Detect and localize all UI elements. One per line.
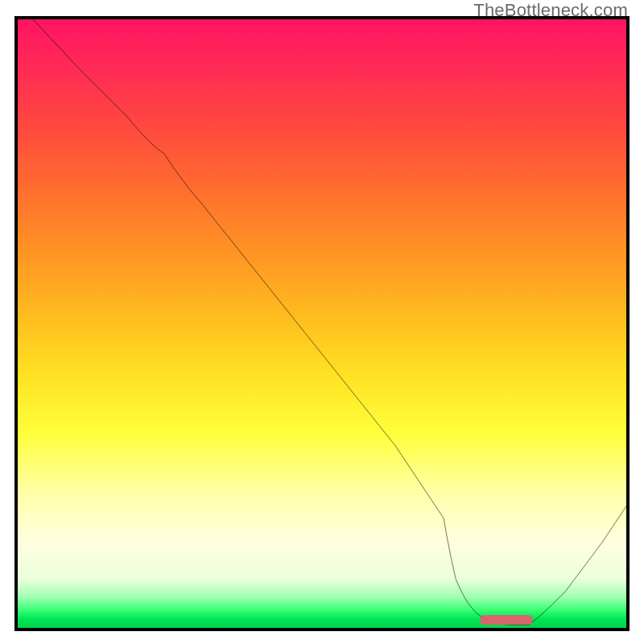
curve-path	[33, 19, 626, 625]
optimal-range-marker	[480, 615, 533, 625]
chart-frame	[14, 16, 630, 631]
bottleneck-curve	[18, 19, 626, 628]
